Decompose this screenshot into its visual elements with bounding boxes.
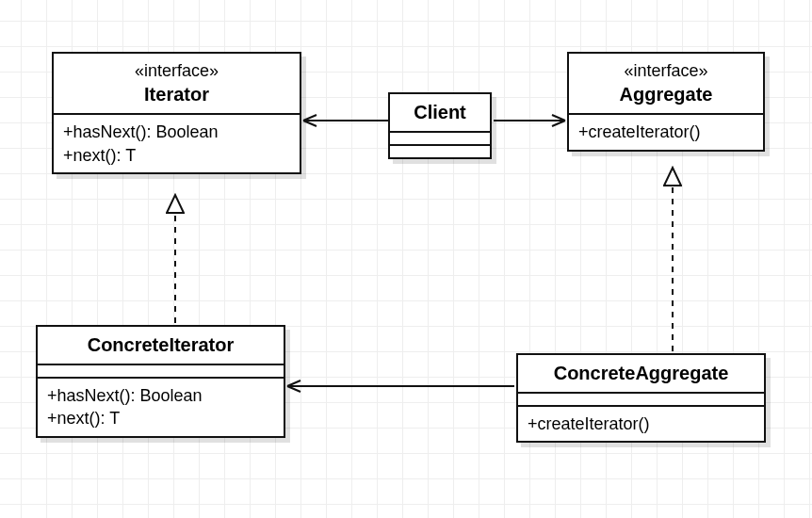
- attributes-compartment: [518, 394, 764, 407]
- class-iterator: «interface» Iterator +hasNext(): Boolean…: [52, 52, 301, 174]
- operations-compartment: [390, 146, 490, 157]
- class-name: Client: [399, 100, 480, 125]
- stereotype-label: «interface»: [63, 59, 290, 82]
- operation: +hasNext(): Boolean: [63, 121, 290, 143]
- class-concrete-iterator: ConcreteIterator +hasNext(): Boolean +ne…: [36, 325, 285, 438]
- class-name: ConcreteAggregate: [528, 361, 755, 386]
- attributes-compartment: [38, 365, 284, 379]
- operation: +next(): T: [63, 144, 290, 167]
- class-aggregate: «interface» Aggregate +createIterator(): [567, 52, 765, 152]
- operation: +createIterator(): [528, 413, 755, 435]
- class-name: Iterator: [63, 82, 290, 107]
- operation: +next(): T: [47, 407, 274, 429]
- class-concrete-aggregate: ConcreteAggregate +createIterator(): [516, 353, 766, 443]
- class-name: Aggregate: [578, 82, 754, 107]
- operation: +createIterator(): [578, 121, 754, 143]
- class-client: Client: [388, 92, 492, 159]
- class-name: ConcreteIterator: [47, 332, 274, 358]
- stereotype-label: «interface»: [578, 59, 754, 82]
- operation: +hasNext(): Boolean: [47, 384, 274, 407]
- attributes-compartment: [390, 133, 490, 146]
